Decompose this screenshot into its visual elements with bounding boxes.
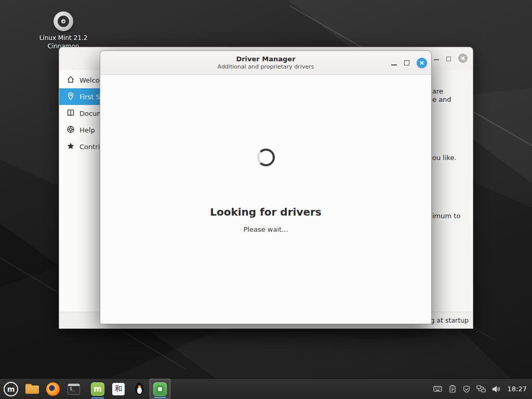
pin-icon xyxy=(66,92,75,102)
window-subtitle: Additional and proprietary drivers xyxy=(100,63,431,70)
window-title: Driver Manager xyxy=(100,55,431,63)
show-at-startup-label[interactable]: g at startup xyxy=(431,316,469,324)
taskbar: m $_ m xyxy=(0,378,532,399)
system-tray: 18:27 xyxy=(433,379,532,399)
file-manager-launcher[interactable] xyxy=(22,379,43,399)
minimize-icon[interactable] xyxy=(434,59,439,60)
taskbar-item-tux-app[interactable] xyxy=(129,379,150,399)
penguin-icon xyxy=(134,382,145,396)
driver-manager-body: Looking for drivers Please wait... xyxy=(100,75,431,324)
terminal-icon: $_ xyxy=(68,383,80,395)
open-window-indicator xyxy=(154,397,166,398)
taskbar-item-welcome[interactable]: m xyxy=(87,379,108,399)
maximize-icon[interactable] xyxy=(404,60,409,65)
open-window-indicator xyxy=(91,397,104,398)
firewall-shield-icon[interactable] xyxy=(462,385,471,393)
lifebuoy-icon xyxy=(66,125,75,135)
welcome-text-fragment: ou like. xyxy=(432,154,457,162)
mint-logo-icon: m xyxy=(4,382,18,396)
taskbar-item-input-method[interactable]: 和 xyxy=(108,379,129,399)
folder-icon xyxy=(25,384,39,394)
home-icon xyxy=(66,75,75,85)
input-method-icon: 和 xyxy=(112,383,125,395)
maximize-icon[interactable] xyxy=(446,57,451,61)
mint-welcome-icon: m xyxy=(91,382,104,396)
driver-manager-window: Driver Manager Additional and proprietar… xyxy=(100,50,432,324)
clipboard-icon[interactable] xyxy=(448,385,457,393)
mint-menu-button[interactable]: m xyxy=(0,379,22,399)
welcome-text-fragment: are xyxy=(432,87,443,95)
desktop: Linux Mint 21.2 Cinnamon Welcome xyxy=(0,0,532,399)
driver-manager-titlebar[interactable]: Driver Manager Additional and proprietar… xyxy=(100,51,431,75)
window-list: m 和 xyxy=(87,379,170,399)
please-wait-text: Please wait... xyxy=(100,225,431,233)
book-icon xyxy=(66,109,75,118)
looking-for-drivers-heading: Looking for drivers xyxy=(100,206,431,218)
clock[interactable]: 18:27 xyxy=(508,385,527,393)
firefox-launcher[interactable] xyxy=(43,379,63,399)
volume-icon[interactable] xyxy=(491,385,500,393)
welcome-text-fragment: e and xyxy=(432,96,451,103)
firefox-icon xyxy=(46,382,60,396)
minimize-icon[interactable] xyxy=(391,64,397,65)
loading-spinner-icon xyxy=(257,149,275,166)
welcome-text-fragment: imum to xyxy=(432,212,460,220)
star-icon xyxy=(66,142,75,152)
network-icon[interactable] xyxy=(476,385,486,393)
taskbar-item-driver-manager[interactable] xyxy=(150,379,170,399)
sidebar-item-label: Help xyxy=(79,126,95,134)
keyboard-layout-icon[interactable] xyxy=(433,385,443,393)
close-icon[interactable] xyxy=(458,54,468,63)
close-icon[interactable] xyxy=(417,58,427,68)
terminal-launcher[interactable]: $_ xyxy=(63,379,84,399)
disc-icon xyxy=(54,11,73,31)
driver-manager-icon xyxy=(153,382,167,396)
desktop-icon-linux-mint-iso[interactable]: Linux Mint 21.2 Cinnamon xyxy=(32,11,95,50)
